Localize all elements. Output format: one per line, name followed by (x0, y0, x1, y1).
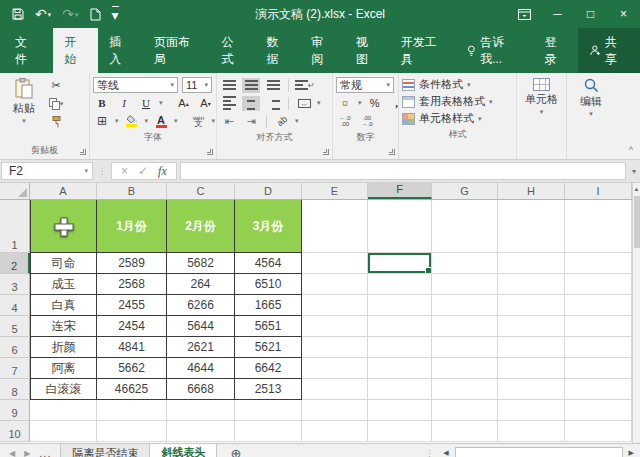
ribbon-display-options-icon[interactable] (508, 0, 541, 28)
font-size-select[interactable]: 11▾ (182, 77, 212, 93)
cell-D7[interactable]: 6642 (235, 358, 302, 379)
copy-button[interactable]: ▾ (47, 96, 65, 111)
cell-I5[interactable] (565, 316, 632, 337)
cell-B2[interactable]: 2589 (97, 253, 167, 274)
grow-font-button[interactable]: A▴ (175, 96, 193, 111)
row-header-9[interactable]: 9 (0, 400, 30, 421)
cell-E7[interactable] (302, 358, 368, 379)
vertical-scrollbar[interactable]: ▲ (632, 183, 640, 443)
middle-align-button[interactable] (242, 78, 260, 93)
cell-C2[interactable]: 5682 (167, 253, 235, 274)
cell-G9[interactable] (432, 400, 498, 421)
row-header-1[interactable]: 1 (0, 200, 30, 253)
cell-H4[interactable] (498, 295, 565, 316)
row-header-6[interactable]: 6 (0, 337, 30, 358)
select-all-corner[interactable] (0, 183, 30, 199)
insert-function-icon[interactable]: fx (158, 164, 167, 179)
increase-decimal-button[interactable]: ←.0.00 (336, 114, 354, 129)
cell-F10[interactable] (368, 421, 432, 442)
cell-F6[interactable] (368, 337, 432, 358)
row-header-3[interactable]: 3 (0, 274, 30, 295)
scroll-up-icon[interactable]: ▲ (634, 183, 640, 192)
cell-I3[interactable] (565, 274, 632, 295)
expand-formula-bar-icon[interactable]: ▾ (629, 167, 639, 176)
cut-button[interactable]: ✂ (47, 78, 65, 93)
undo-icon[interactable]: ↶▾ (35, 7, 51, 21)
format-as-table-button[interactable]: 套用表格格式▾ (402, 93, 513, 110)
cell-H9[interactable] (498, 400, 565, 421)
orientation-button[interactable]: ab (273, 114, 291, 129)
italic-button[interactable]: I (115, 96, 133, 111)
cell-A4[interactable]: 白真 (30, 295, 97, 316)
cell-D2[interactable]: 4564 (235, 253, 302, 274)
cell-B6[interactable]: 4841 (97, 337, 167, 358)
cell-C8[interactable]: 6668 (167, 379, 235, 400)
cell-G10[interactable] (432, 421, 498, 442)
ribbon-tab-开发工具[interactable]: 开发工具 (390, 28, 458, 73)
tab-splitter[interactable]: ⋮ (425, 449, 437, 457)
borders-button[interactable]: ⊞ (93, 114, 111, 129)
cell-A8[interactable]: 白滚滚 (30, 379, 97, 400)
cell-A7[interactable]: 阿离 (30, 358, 97, 379)
bottom-align-button[interactable] (264, 78, 282, 93)
cell-I4[interactable] (565, 295, 632, 316)
new-sheet-button[interactable]: ⊕ (217, 444, 254, 457)
cell-I10[interactable] (565, 421, 632, 442)
cancel-icon[interactable]: × (121, 164, 128, 178)
wrap-text-button[interactable]: ↵ (295, 78, 315, 93)
decrease-indent-button[interactable]: ⇤ (220, 114, 238, 129)
ribbon-tab-页面布局[interactable]: 页面布局 (143, 28, 211, 73)
new-file-icon[interactable] (90, 8, 101, 21)
cell-H8[interactable] (498, 379, 565, 400)
cell-A6[interactable]: 折颜 (30, 337, 97, 358)
cell-E4[interactable] (302, 295, 368, 316)
cell-E2[interactable] (302, 253, 368, 274)
decrease-decimal-button[interactable]: .00→.0 (358, 114, 376, 129)
conditional-formatting-button[interactable]: 条件格式▾ (402, 76, 513, 93)
cell-F8[interactable] (368, 379, 432, 400)
font-dialog-launcher-icon[interactable] (207, 149, 213, 155)
cell-D5[interactable]: 5651 (235, 316, 302, 337)
number-dialog-launcher-icon[interactable] (389, 149, 395, 155)
font-name-select[interactable]: 等线▾ (93, 77, 178, 93)
cell-D9[interactable] (235, 400, 302, 421)
enter-icon[interactable]: ✓ (138, 164, 148, 178)
cell-F7[interactable] (368, 358, 432, 379)
row-header-8[interactable]: 8 (0, 379, 30, 400)
cell-G4[interactable] (432, 295, 498, 316)
cell-B10[interactable] (97, 421, 167, 442)
cell-D3[interactable]: 6510 (235, 274, 302, 295)
column-header-I[interactable]: I (565, 183, 632, 199)
sign-in-button[interactable]: 登录 (535, 28, 578, 73)
row-header-7[interactable]: 7 (0, 358, 30, 379)
cell-I9[interactable] (565, 400, 632, 421)
scroll-left-icon[interactable]: ◀ (440, 449, 451, 457)
scroll-right-icon[interactable]: ▶ (626, 449, 637, 457)
redo-icon[interactable]: ↷▾ (62, 7, 78, 21)
column-header-A[interactable]: A (30, 183, 97, 199)
cell-H6[interactable] (498, 337, 565, 358)
cell-B4[interactable]: 2455 (97, 295, 167, 316)
cell-G7[interactable] (432, 358, 498, 379)
cell-B1[interactable]: 1月份 (97, 200, 167, 253)
cell-G3[interactable] (432, 274, 498, 295)
cell-D1[interactable]: 3月份 (235, 200, 302, 253)
cell-styles-button[interactable]: 单元格样式▾ (402, 110, 513, 127)
close-button[interactable]: × (607, 0, 640, 28)
paste-button[interactable]: 粘贴 ▾ (3, 76, 45, 143)
cell-E8[interactable] (302, 379, 368, 400)
cell-E3[interactable] (302, 274, 368, 295)
center-button[interactable] (242, 96, 260, 111)
row-header-4[interactable]: 4 (0, 295, 30, 316)
column-header-B[interactable]: B (97, 183, 167, 199)
ribbon-tab-数据[interactable]: 数据 (255, 28, 300, 73)
cell-A10[interactable] (30, 421, 97, 442)
cell-E5[interactable] (302, 316, 368, 337)
cell-A1[interactable] (30, 200, 97, 253)
cell-B7[interactable]: 5662 (97, 358, 167, 379)
cell-G1[interactable] (432, 200, 498, 253)
cell-C4[interactable]: 6266 (167, 295, 235, 316)
tell-me-box[interactable]: 告诉我... (457, 28, 534, 73)
cell-A5[interactable]: 连宋 (30, 316, 97, 337)
cell-G6[interactable] (432, 337, 498, 358)
